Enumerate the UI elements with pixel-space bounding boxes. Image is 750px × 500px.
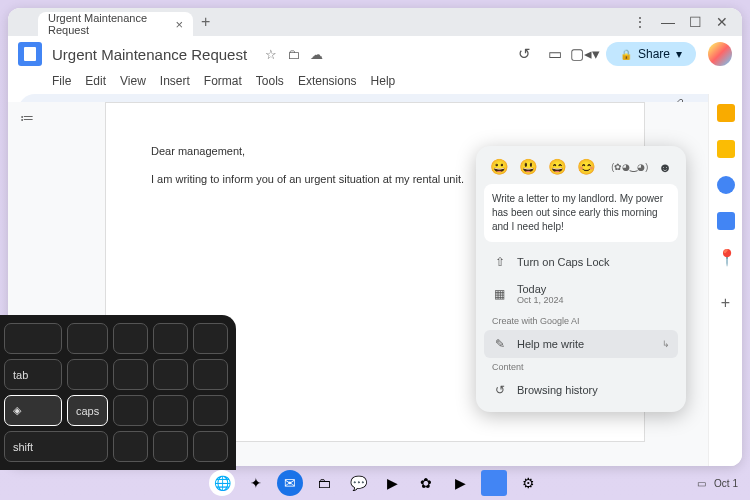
menu-help[interactable]: Help <box>371 74 396 88</box>
emoji-smile[interactable]: 😃 <box>519 158 538 176</box>
caps-icon: ⇧ <box>492 255 507 269</box>
emoji-blush[interactable]: 😊 <box>577 158 596 176</box>
new-tab-button[interactable]: + <box>201 13 210 31</box>
onscreen-keyboard: tab ◈ caps shift <box>0 315 236 470</box>
star-icon[interactable]: ☆ <box>265 47 277 62</box>
gemini-icon[interactable]: ✦ <box>243 470 269 496</box>
key-shift[interactable]: shift <box>4 431 108 462</box>
content-section-header: Content <box>484 358 678 376</box>
key-blank[interactable] <box>113 431 148 462</box>
more-icon[interactable]: ⋮ <box>633 14 647 30</box>
emoji-beam[interactable]: 😄 <box>548 158 567 176</box>
shelf: 🌐 ✦ ✉ 🗀 💬 ▶ ✿ ▶ ⚙ ▭ Oct 1 <box>0 466 750 500</box>
close-tab-icon[interactable]: × <box>175 17 183 32</box>
emoji-more-icon[interactable]: ☻ <box>658 160 672 175</box>
cloud-icon[interactable]: ☁ <box>310 47 323 62</box>
submenu-icon: ↳ <box>662 339 670 349</box>
status-tray[interactable]: ▭ Oct 1 <box>697 478 738 489</box>
move-icon[interactable]: 🗀 <box>287 47 300 62</box>
key-blank[interactable] <box>113 395 148 426</box>
tab-title: Urgent Maintenance Request <box>48 12 175 36</box>
key-blank[interactable] <box>67 359 108 390</box>
browser-tab[interactable]: Urgent Maintenance Request × <box>38 12 193 36</box>
tasks-icon[interactable] <box>717 176 735 194</box>
files-icon[interactable]: 🗀 <box>311 470 337 496</box>
key-blank[interactable] <box>193 323 228 354</box>
pencil-icon: ✎ <box>492 337 507 351</box>
maximize-icon[interactable]: ☐ <box>689 14 702 30</box>
clock: Oct 1 <box>714 478 738 489</box>
today-item[interactable]: ▦ Today Oct 1, 2024 <box>484 276 678 312</box>
share-button[interactable]: Share▾ <box>606 42 696 66</box>
gmail-icon[interactable]: ✉ <box>277 470 303 496</box>
play-icon[interactable]: ▶ <box>379 470 405 496</box>
keep-icon[interactable] <box>717 140 735 158</box>
menu-tools[interactable]: Tools <box>256 74 284 88</box>
youtube-icon[interactable]: ▶ <box>447 470 473 496</box>
menu-insert[interactable]: Insert <box>160 74 190 88</box>
comments-icon[interactable]: ▭ <box>546 45 564 63</box>
contacts-icon[interactable] <box>717 212 735 230</box>
caps-lock-item[interactable]: ⇧ Turn on Caps Lock <box>484 248 678 276</box>
key-caps[interactable]: caps <box>67 395 108 426</box>
browsing-history-item[interactable]: ↺ Browsing history <box>484 376 678 404</box>
add-addon-button[interactable]: + <box>721 294 730 312</box>
prompt-text[interactable]: Write a letter to my landlord. My power … <box>484 184 678 242</box>
key-blank[interactable] <box>193 431 228 462</box>
photos-icon[interactable]: ✿ <box>413 470 439 496</box>
side-panel: 📍 + <box>708 94 742 466</box>
menu-extensions[interactable]: Extensions <box>298 74 357 88</box>
emoji-row: 😀 😃 😄 😊 (✿◕‿◕) ☻ <box>484 154 678 184</box>
history-icon[interactable]: ↺ <box>516 45 534 63</box>
emoji-grin[interactable]: 😀 <box>490 158 509 176</box>
notification-icon: ▭ <box>697 478 706 489</box>
avatar[interactable] <box>708 42 732 66</box>
key-tab[interactable]: tab <box>4 359 62 390</box>
meet-icon[interactable]: ▢◂▾ <box>576 45 594 63</box>
key-blank[interactable] <box>113 323 148 354</box>
doc-titlebar: Urgent Maintenance Request ☆ 🗀 ☁ ↺ ▭ ▢◂▾… <box>8 36 742 72</box>
chrome-icon[interactable]: 🌐 <box>209 470 235 496</box>
key-blank[interactable] <box>153 359 188 390</box>
key-blank[interactable] <box>153 431 188 462</box>
browser-tabbar: Urgent Maintenance Request × + ⋮ — ☐ ✕ <box>8 8 742 36</box>
key-blank[interactable] <box>193 395 228 426</box>
menu-view[interactable]: View <box>120 74 146 88</box>
key-blank[interactable] <box>67 323 108 354</box>
ai-section-header: Create with Google AI <box>484 312 678 330</box>
key-launcher[interactable]: ◈ <box>4 395 62 426</box>
outline-icon[interactable]: ≔ <box>20 110 34 126</box>
menu-edit[interactable]: Edit <box>85 74 106 88</box>
close-window-icon[interactable]: ✕ <box>716 14 728 30</box>
settings-icon[interactable]: ⚙ <box>515 470 541 496</box>
key-blank[interactable] <box>113 359 148 390</box>
docs-shelf-icon[interactable] <box>481 470 507 496</box>
quick-insert-popup: 😀 😃 😄 😊 (✿◕‿◕) ☻ Write a letter to my la… <box>476 146 686 412</box>
menu-file[interactable]: File <box>52 74 71 88</box>
history-small-icon: ↺ <box>492 383 507 397</box>
key-blank[interactable] <box>153 323 188 354</box>
calendar-icon[interactable] <box>717 104 735 122</box>
minimize-icon[interactable]: — <box>661 14 675 30</box>
maps-icon[interactable]: 📍 <box>717 248 735 266</box>
menu-format[interactable]: Format <box>204 74 242 88</box>
kaomoji[interactable]: (✿◕‿◕) <box>611 162 648 172</box>
help-me-write-item[interactable]: ✎ Help me write ↳ <box>484 330 678 358</box>
key-blank[interactable] <box>4 323 62 354</box>
key-blank[interactable] <box>193 359 228 390</box>
key-blank[interactable] <box>153 395 188 426</box>
doc-title[interactable]: Urgent Maintenance Request <box>52 46 247 63</box>
calendar-small-icon: ▦ <box>492 287 507 301</box>
messages-icon[interactable]: 💬 <box>345 470 371 496</box>
docs-logo-icon[interactable] <box>18 42 42 66</box>
menubar: File Edit View Insert Format Tools Exten… <box>8 72 742 94</box>
